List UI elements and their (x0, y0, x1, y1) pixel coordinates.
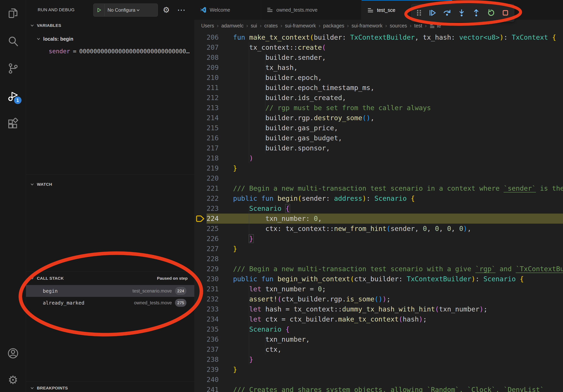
code-line[interactable]: 237 ctx, (194, 344, 563, 354)
glyph-margin[interactable] (194, 284, 206, 294)
glyph-margin[interactable] (194, 123, 206, 133)
code-line[interactable]: 240 (194, 375, 563, 385)
step-over-icon[interactable] (442, 7, 452, 19)
code-line[interactable]: 223 Scenario { (194, 204, 563, 214)
breakpoints-section-header[interactable]: BREAKPOINTS (26, 382, 194, 392)
code-line[interactable]: 225 ctx: tx_context::new_from_hint(sende… (194, 224, 563, 234)
code-line[interactable]: 230public fun begin_with_context(ctx_bui… (194, 274, 563, 284)
code-line[interactable]: 235 Scenario { (194, 324, 563, 334)
glyph-margin[interactable] (194, 63, 206, 73)
glyph-margin[interactable] (194, 173, 206, 183)
glyph-margin[interactable] (194, 52, 206, 63)
settings-gear-icon[interactable]: ⚙ (7, 374, 19, 386)
breadcrumb-item[interactable]: packages (323, 23, 344, 29)
call-stack-section-header[interactable]: CALL STACK Paused on step (26, 273, 194, 284)
current-frame-arrow-icon[interactable] (194, 214, 206, 224)
breadcrumb-item[interactable]: adamwelc (221, 23, 244, 29)
glyph-margin[interactable] (194, 103, 206, 113)
code-line[interactable]: 220 (194, 173, 563, 183)
code-line[interactable]: 227} (194, 244, 563, 254)
glyph-margin[interactable] (194, 42, 206, 52)
files-icon[interactable] (7, 7, 19, 19)
glyph-margin[interactable] (194, 93, 206, 103)
stop-icon[interactable] (500, 7, 511, 19)
glyph-margin[interactable] (194, 32, 206, 42)
breadcrumb-item[interactable]: Users (201, 23, 214, 29)
glyph-margin[interactable] (194, 274, 206, 284)
breadcrumb-item-file[interactable]: te (437, 23, 441, 29)
glyph-margin[interactable] (194, 254, 206, 264)
glyph-margin[interactable] (194, 294, 206, 304)
glyph-margin[interactable] (194, 354, 206, 365)
more-actions-icon[interactable]: ⋯ (177, 5, 185, 15)
glyph-margin[interactable] (194, 143, 206, 153)
watch-section-header[interactable]: WATCH (26, 179, 194, 190)
glyph-margin[interactable] (194, 334, 206, 344)
variables-section-header[interactable]: VARIABLES (26, 20, 194, 31)
glyph-margin[interactable] (194, 204, 206, 214)
run-and-debug-icon[interactable]: 1 (7, 90, 19, 102)
glyph-margin[interactable] (194, 183, 206, 194)
code-line[interactable]: 213 // rgp must be set from the caller a… (194, 103, 563, 113)
debug-config-dropdown[interactable]: No Configura (93, 3, 158, 17)
drag-grip-icon[interactable] (415, 7, 423, 19)
breadcrumb-item[interactable]: sui-framework (352, 23, 383, 29)
code-line[interactable]: 224 txn_number: 0, (194, 214, 563, 224)
code-line[interactable]: 221/// Begin a new multi-transaction tes… (194, 183, 563, 194)
extensions-icon[interactable] (7, 118, 19, 130)
continue-icon[interactable] (427, 7, 437, 19)
glyph-margin[interactable] (194, 385, 206, 392)
account-icon[interactable] (7, 347, 19, 359)
glyph-margin[interactable] (194, 244, 206, 254)
glyph-margin[interactable] (194, 194, 206, 204)
code-line[interactable]: 215 builder.gas_price, (194, 123, 563, 133)
code-line[interactable]: 208 builder.sender, (194, 52, 563, 63)
code-line[interactable]: 209 tx_hash, (194, 63, 563, 73)
start-debugging-icon[interactable] (93, 4, 105, 16)
code-line[interactable]: 233 let hash = tx_context::dummy_tx_hash… (194, 304, 563, 314)
glyph-margin[interactable] (194, 264, 206, 274)
glyph-margin[interactable] (194, 365, 206, 375)
code-line[interactable]: 222public fun begin(sender: address): Sc… (194, 194, 563, 204)
code-line[interactable]: 231 let txn_number = 0; (194, 284, 563, 294)
variable-row-sender[interactable]: sender = 000000000000000000000000000000… (26, 45, 194, 57)
code-line[interactable]: 218 ) (194, 153, 563, 163)
step-out-icon[interactable] (471, 7, 481, 19)
code-editor[interactable]: 206fun make_tx_context(builder: TxContex… (194, 32, 563, 392)
code-line[interactable]: 217 builder.sponsor, (194, 143, 563, 153)
glyph-margin[interactable] (194, 73, 206, 83)
code-line[interactable]: 241/// Creates and shares system objects… (194, 385, 563, 392)
code-line[interactable]: 226 } (194, 234, 563, 244)
code-line[interactable]: 234 let ctx = ctx_builder.make_tx_contex… (194, 314, 563, 324)
tab-owned-tests-move[interactable]: owned_tests.move (261, 0, 362, 20)
glyph-margin[interactable] (194, 375, 206, 385)
glyph-margin[interactable] (194, 344, 206, 354)
glyph-margin[interactable] (194, 234, 206, 244)
code-line[interactable]: 211 builder.epoch_timestamp_ms, (194, 83, 563, 93)
code-line[interactable]: 212 builder.ids_created, (194, 93, 563, 103)
code-line[interactable]: 236 txn_number, (194, 334, 563, 344)
breadcrumb-item[interactable]: crates (264, 23, 278, 29)
code-line[interactable]: 214 builder.rgp.destroy_some(), (194, 113, 563, 123)
code-line[interactable]: 207 tx_context::create( (194, 42, 563, 52)
code-line[interactable]: 219} (194, 163, 563, 173)
call-stack-frame-already-marked[interactable]: already_marked owned_tests.move 275 (26, 297, 194, 309)
source-control-icon[interactable] (7, 62, 19, 74)
variables-scope-row[interactable]: locals: begin (26, 33, 194, 45)
breadcrumb-item[interactable]: sui-framework (285, 23, 316, 29)
glyph-margin[interactable] (194, 163, 206, 173)
call-stack-frame-begin[interactable]: begin test_scenario.move 224 (26, 285, 194, 297)
glyph-margin[interactable] (194, 224, 206, 234)
glyph-margin[interactable] (194, 304, 206, 314)
glyph-margin[interactable] (194, 113, 206, 123)
code-line[interactable]: 206fun make_tx_context(builder: TxContex… (194, 32, 563, 42)
code-line[interactable]: 228 (194, 254, 563, 264)
breadcrumb-item[interactable]: sui (251, 23, 257, 29)
restart-icon[interactable] (486, 7, 496, 19)
search-icon[interactable] (7, 35, 19, 47)
tab-welcome[interactable]: Welcome (194, 0, 261, 20)
glyph-margin[interactable] (194, 314, 206, 324)
breadcrumb-item[interactable]: sources (390, 23, 407, 29)
code-line[interactable]: 239} (194, 365, 563, 375)
breadcrumb-item[interactable]: test (414, 23, 422, 29)
